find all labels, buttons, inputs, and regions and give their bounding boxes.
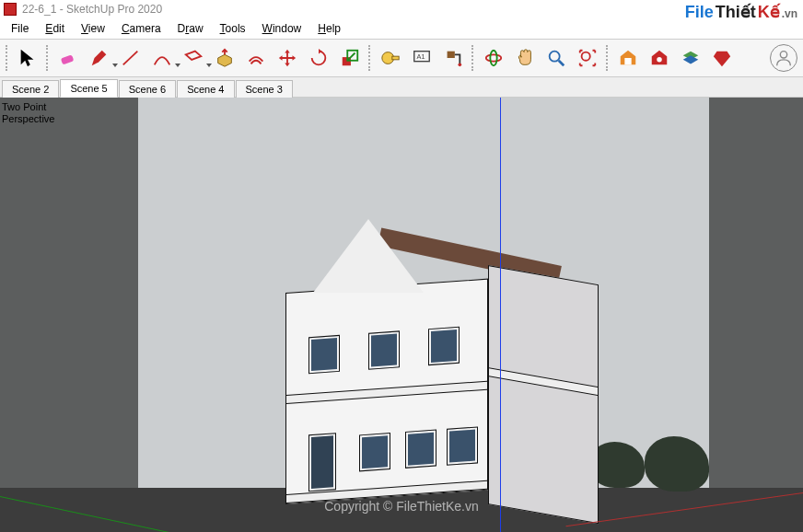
svg-point-11 xyxy=(550,52,560,62)
layers-icon xyxy=(681,48,701,68)
line-tool[interactable] xyxy=(118,45,144,71)
pan-icon xyxy=(515,48,535,68)
scene-tabs: Scene 2 Scene 5 Scene 6 Scene 4 Scene 3 xyxy=(0,77,803,98)
svg-rect-0 xyxy=(61,54,75,64)
shape-tool[interactable] xyxy=(180,45,206,71)
cornice xyxy=(489,367,598,396)
title-bar: 22-6_1 - SketchUp Pro 2020 xyxy=(0,0,803,18)
menu-draw[interactable]: Draw xyxy=(170,20,211,37)
toolbar-grip[interactable] xyxy=(46,45,50,71)
window xyxy=(429,328,459,364)
svg-point-9 xyxy=(486,54,502,61)
window xyxy=(360,434,390,470)
offset-tool[interactable] xyxy=(243,45,269,71)
move-icon xyxy=(277,48,297,68)
svg-line-12 xyxy=(559,61,564,66)
warehouse-icon xyxy=(618,48,638,68)
svg-point-13 xyxy=(582,52,590,61)
orbit-icon xyxy=(483,48,504,68)
extension-icon xyxy=(649,48,669,68)
pushpull-icon xyxy=(215,48,235,68)
orbit-tool[interactable] xyxy=(481,45,506,71)
zoom-extents-tool[interactable] xyxy=(575,45,600,71)
eraser-tool[interactable] xyxy=(55,45,81,71)
arc-tool[interactable] xyxy=(149,45,175,71)
menu-edit[interactable]: Edit xyxy=(38,20,72,37)
paint-tool[interactable] xyxy=(440,45,466,71)
toolbar-grip[interactable] xyxy=(471,45,475,71)
paint-icon xyxy=(443,48,463,68)
ruby-tool[interactable] xyxy=(709,45,735,71)
scale-tool[interactable] xyxy=(337,45,363,71)
ruby-icon xyxy=(712,48,732,68)
gable xyxy=(313,219,424,293)
pencil-icon xyxy=(89,48,110,68)
svg-point-16 xyxy=(780,52,786,58)
window xyxy=(309,336,339,373)
brand-watermark: File Thiết Kế .vn xyxy=(685,2,797,22)
scene-tab[interactable]: Scene 4 xyxy=(177,80,234,98)
svg-line-1 xyxy=(123,52,138,65)
menu-camera[interactable]: Camera xyxy=(114,20,169,37)
svg-text:A1: A1 xyxy=(417,52,425,61)
text-icon: A1 xyxy=(412,48,432,68)
cornice xyxy=(286,381,487,404)
menu-bar: FFileile Edit View Camera Draw Tools Win… xyxy=(0,18,803,39)
move-tool[interactable] xyxy=(274,45,300,71)
zoom-icon xyxy=(546,48,566,68)
layers-tool[interactable] xyxy=(678,45,704,71)
svg-rect-5 xyxy=(392,56,399,60)
rotate-icon xyxy=(308,48,329,68)
zoom-extents-icon xyxy=(577,48,598,68)
menu-file[interactable]: FFileile xyxy=(4,20,36,37)
scene-tab[interactable]: Scene 3 xyxy=(236,80,293,98)
svg-point-15 xyxy=(657,57,662,63)
toolbar: A1 xyxy=(0,39,803,77)
axis-z xyxy=(500,98,501,532)
tape-icon xyxy=(380,48,401,68)
scale-icon xyxy=(340,48,360,68)
window xyxy=(406,431,436,468)
scene-tab[interactable]: Scene 5 xyxy=(60,79,117,98)
eraser-icon xyxy=(58,48,78,68)
pan-tool[interactable] xyxy=(512,45,538,71)
scene-tab[interactable]: Scene 2 xyxy=(2,80,59,98)
text-tool[interactable]: A1 xyxy=(409,45,435,71)
window-title: 22-6_1 - SketchUp Pro 2020 xyxy=(22,3,162,16)
svg-point-10 xyxy=(490,51,496,66)
projection-label: Two Point Perspective xyxy=(2,101,54,125)
zoom-tool[interactable] xyxy=(543,45,569,71)
rotate-tool[interactable] xyxy=(306,45,332,71)
window xyxy=(448,427,477,464)
offset-icon xyxy=(246,48,266,68)
user-avatar[interactable] xyxy=(770,44,797,72)
scene-tab[interactable]: Scene 6 xyxy=(119,80,176,98)
svg-point-8 xyxy=(459,64,462,67)
select-tool[interactable] xyxy=(15,45,41,71)
line-icon xyxy=(121,48,141,68)
warehouse-tool[interactable] xyxy=(615,45,641,71)
wall-front xyxy=(285,279,488,504)
model-house xyxy=(285,228,608,504)
person-icon xyxy=(774,48,794,68)
arc-icon xyxy=(152,48,172,68)
menu-window[interactable]: Window xyxy=(255,20,309,37)
pencil-tool[interactable] xyxy=(87,45,112,71)
toolbar-grip[interactable] xyxy=(606,45,610,71)
menu-tools[interactable]: Tools xyxy=(213,20,253,37)
toolbar-grip[interactable] xyxy=(6,45,9,71)
svg-rect-14 xyxy=(624,58,631,64)
rectangle-icon xyxy=(183,48,204,68)
wall-side xyxy=(488,265,599,524)
door xyxy=(309,434,335,491)
menu-help[interactable]: Help xyxy=(310,20,348,37)
pushpull-tool[interactable] xyxy=(212,45,238,71)
window xyxy=(369,331,399,368)
menu-view[interactable]: View xyxy=(74,20,112,37)
toolbar-grip[interactable] xyxy=(368,45,372,71)
extension-warehouse-tool[interactable] xyxy=(646,45,672,71)
cursor-icon xyxy=(17,48,38,68)
viewport[interactable]: Two Point Perspective Copyright © FileTh… xyxy=(0,98,803,532)
tape-tool[interactable] xyxy=(378,45,403,71)
app-icon xyxy=(4,3,17,16)
